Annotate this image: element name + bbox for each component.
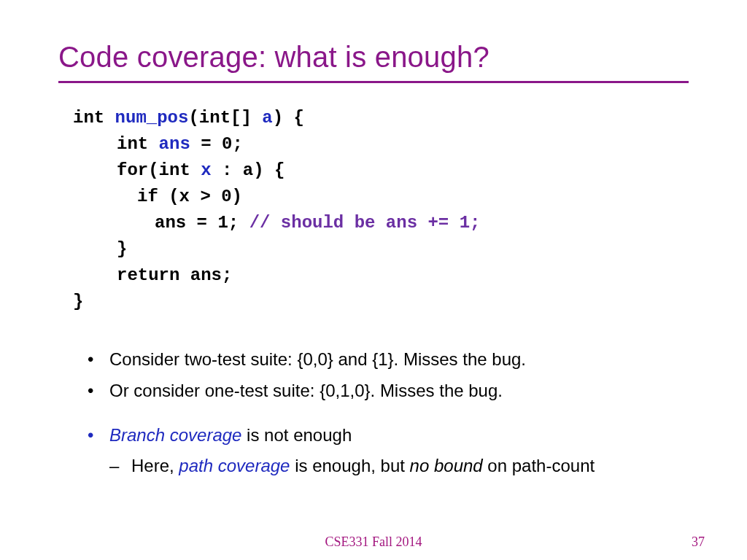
code-var: ans	[159, 134, 190, 154]
bullet-1: Consider two-test suite: {0,0} and {1}. …	[88, 346, 689, 373]
code-text: int	[117, 134, 159, 154]
code-line-5: ans = 1; // should be ans += 1;	[73, 210, 689, 236]
code-line-8: }	[73, 289, 689, 315]
code-block: int num_pos(int[] a) { int ans = 0; for(…	[73, 105, 689, 315]
bullet-text: on path-count	[483, 456, 595, 475]
code-text: ans = 1;	[155, 213, 249, 233]
code-text: for(int	[117, 160, 201, 180]
title-rule	[58, 81, 689, 83]
term-no-bound: no bound	[410, 456, 483, 475]
code-var: x	[201, 160, 211, 180]
code-line-2: int ans = 0;	[73, 131, 689, 158]
bullet-3: Branch coverage is not enough Here, path…	[88, 421, 689, 478]
slide-title: Code coverage: what is enough?	[58, 41, 689, 74]
code-param: a	[262, 108, 272, 128]
code-line-1: int num_pos(int[] a) {	[73, 105, 689, 131]
page-number: 37	[692, 534, 705, 550]
code-line-4: if (x > 0)	[73, 184, 689, 210]
bullet-list: Consider two-test suite: {0,0} and {1}. …	[88, 346, 689, 479]
bullet-2: Or consider one-test suite: {0,1,0}. Mis…	[88, 377, 689, 404]
code-line-7: return ans;	[73, 262, 689, 289]
footer-text: CSE331 Fall 2014	[0, 534, 747, 550]
code-text: ) {	[273, 108, 304, 128]
code-text: : a) {	[212, 160, 285, 180]
code-comment: // should be ans += 1;	[249, 213, 481, 233]
bullet-text: Here,	[131, 456, 179, 475]
bullet-text: is enough, but	[290, 456, 409, 475]
term-path-coverage: path coverage	[179, 456, 290, 475]
code-line-3: for(int x : a) {	[73, 158, 689, 184]
term-branch-coverage: Branch coverage	[109, 425, 241, 445]
code-func-name: num_pos	[115, 108, 189, 128]
bullet-text: is not enough	[241, 425, 352, 445]
code-text: int	[73, 108, 115, 128]
code-text: (int[]	[188, 108, 262, 128]
code-line-6: }	[73, 236, 689, 262]
code-text: = 0;	[190, 134, 243, 154]
bullet-3-sub: Here, path coverage is enough, but no bo…	[109, 452, 689, 479]
